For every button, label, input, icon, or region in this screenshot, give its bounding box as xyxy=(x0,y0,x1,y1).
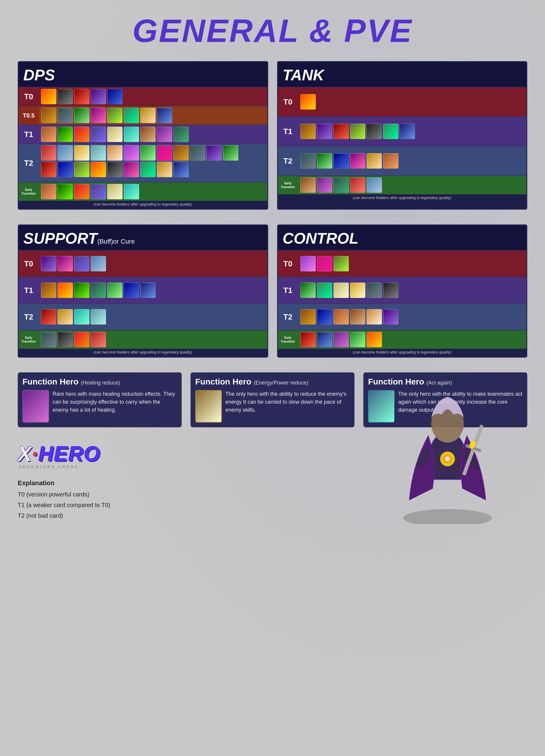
hero-avatar xyxy=(317,283,332,298)
svg-point-4 xyxy=(445,457,450,461)
control-title: CONTROL xyxy=(278,227,527,249)
explanation-line-2: T1 (a weaker card compared to T0) xyxy=(18,500,110,510)
hero-avatar xyxy=(58,332,73,347)
hero-avatar xyxy=(107,127,123,142)
hero-avatar xyxy=(74,309,90,325)
control-t2-row: T2 xyxy=(278,303,527,330)
svg-point-2 xyxy=(440,452,455,466)
function-body-2: The only hero with the ability to reduce… xyxy=(195,390,350,423)
hero-avatar xyxy=(350,283,365,298)
tank-t1-content xyxy=(298,117,527,146)
hero-avatar xyxy=(41,162,56,177)
function-avatar-1 xyxy=(22,390,49,423)
tank-t1-label: T1 xyxy=(278,117,298,146)
logo-area: X·HERO ADVENTURE ARENA Explanation T0 (v… xyxy=(18,442,110,521)
hero-avatar xyxy=(300,124,316,139)
hero-avatar xyxy=(157,108,172,123)
hero-avatar xyxy=(383,153,398,169)
support-title: SUPPORT(Buff)or Cure xyxy=(19,227,267,249)
hero-avatar xyxy=(107,89,123,104)
hero-avatar xyxy=(91,256,106,271)
explanation-title: Explanation xyxy=(18,477,110,489)
hero-avatar xyxy=(173,127,189,142)
control-t1-content xyxy=(298,277,527,303)
explanation-line-3: T2 (not bad card) xyxy=(18,510,110,521)
hero-avatar xyxy=(350,124,365,139)
hero-avatar xyxy=(300,94,316,110)
support-t1-content xyxy=(39,277,267,303)
hero-avatar xyxy=(58,309,73,325)
hero-avatar xyxy=(317,177,332,193)
hero-avatar xyxy=(41,184,56,199)
hero-avatar xyxy=(107,162,123,177)
hero-avatar xyxy=(107,283,123,298)
hero-avatar xyxy=(400,124,415,139)
tank-t2-label: T2 xyxy=(278,146,298,175)
hero-avatar xyxy=(107,108,123,123)
hero-avatar xyxy=(91,145,106,161)
dps-t05-content xyxy=(39,106,267,125)
hero-avatar xyxy=(300,256,316,271)
hero-avatar xyxy=(333,283,349,298)
hero-avatar xyxy=(383,124,398,139)
dps-early-content xyxy=(39,183,267,201)
hero-avatar xyxy=(124,127,139,142)
hero-avatar xyxy=(383,283,398,298)
dps-t0-row: T0 xyxy=(19,87,267,106)
hero-avatar xyxy=(41,127,56,142)
hero-avatar xyxy=(367,153,382,169)
hero-avatar xyxy=(124,145,139,161)
function-body-3: The only hero with the ability to make t… xyxy=(368,390,523,423)
hero-avatar xyxy=(91,108,106,123)
function-title-2: Function Hero (Energy/Power reduce) xyxy=(195,377,350,387)
control-footnote: (can become fodders after upgrading to l… xyxy=(278,349,527,357)
hero-avatar xyxy=(74,89,90,104)
support-t2-content xyxy=(39,304,267,330)
hero-avatar xyxy=(317,332,332,347)
hero-avatar xyxy=(58,283,73,298)
dps-t0-label: T0 xyxy=(19,87,39,106)
tank-t0-content xyxy=(298,87,527,116)
dps-section: DPS T0 T0.5 xyxy=(18,61,268,210)
tank-t0-label: T0 xyxy=(278,87,298,116)
function-text-3: The only hero with the ability to make t… xyxy=(398,390,523,414)
hero-avatar xyxy=(140,145,156,161)
dps-footnote: (can become fodders after upgrading to l… xyxy=(19,201,267,209)
title-part1: GENERAL & xyxy=(132,12,344,49)
hero-avatar xyxy=(91,309,106,325)
hero-avatar xyxy=(317,124,332,139)
hero-avatar xyxy=(300,309,316,325)
hero-avatar xyxy=(333,124,349,139)
hero-avatar xyxy=(300,177,316,193)
hero-avatar xyxy=(300,332,316,347)
support-t0-content xyxy=(39,251,267,277)
hero-avatar xyxy=(223,145,238,161)
control-t2-content xyxy=(298,304,527,330)
hero-avatar xyxy=(41,256,56,271)
support-early-label: EarlyTransition xyxy=(19,330,39,349)
hero-avatar xyxy=(124,162,139,177)
hero-avatar xyxy=(74,127,90,142)
support-footnote: (can become fodders after upgrading to l… xyxy=(19,349,267,357)
hero-avatar xyxy=(58,89,73,104)
function-hero-grid: Function Hero (Healing reduce) Rare hero… xyxy=(0,366,545,433)
explanation-block: Explanation T0 (version powerful cards) … xyxy=(18,475,110,521)
hero-avatar xyxy=(58,145,73,161)
function-body-1: Rare hero with mass healing reduction ef… xyxy=(22,390,177,423)
hero-avatar xyxy=(173,145,189,161)
top-tier-grid: DPS T0 T0.5 xyxy=(0,55,545,216)
function-title-1: Function Hero (Healing reduce) xyxy=(22,377,177,387)
hero-avatar xyxy=(367,177,382,193)
explanation-line-1: T0 (version powerful cards) xyxy=(18,489,110,500)
tank-footnote: (can become fodders after upgrading to l… xyxy=(278,194,527,202)
hero-avatar xyxy=(41,108,56,123)
hero-avatar xyxy=(157,162,172,177)
hero-avatar xyxy=(58,162,73,177)
control-section: CONTROL T0 T1 T2 xyxy=(277,224,528,358)
hero-avatar xyxy=(173,162,189,177)
hero-avatar xyxy=(300,283,316,298)
control-header: CONTROL xyxy=(278,225,527,250)
control-t1-label: T1 xyxy=(278,277,298,303)
svg-point-0 xyxy=(403,509,492,524)
support-early-row: EarlyTransition xyxy=(19,330,267,349)
